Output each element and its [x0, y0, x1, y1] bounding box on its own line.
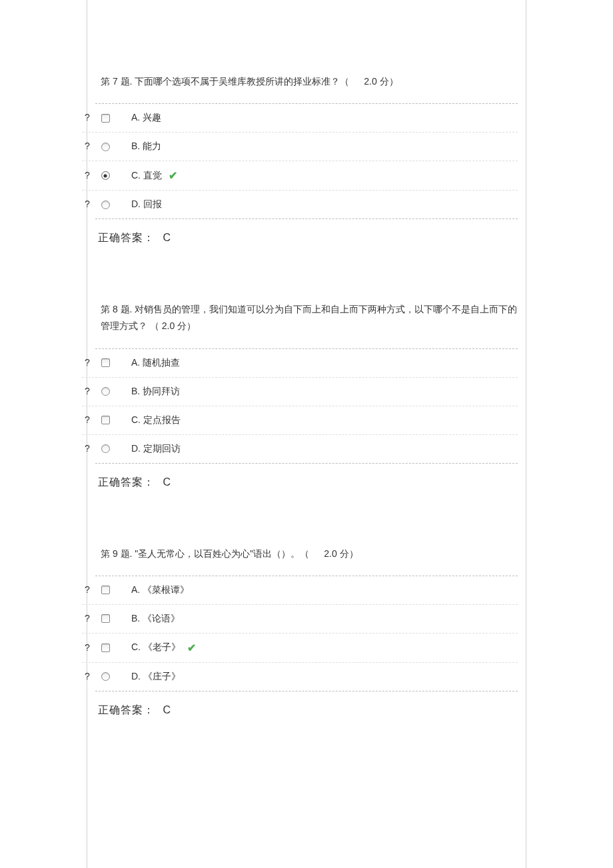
option-row[interactable]: ? B. 《论语》 — [82, 605, 518, 634]
question-8: 第 8 题. 对销售员的管理，我们知道可以分为自下而上和自上而下两种方式，以下哪… — [87, 294, 526, 505]
question-score: 2.0 分） — [324, 548, 358, 559]
radio-icon[interactable] — [95, 201, 115, 209]
check-icon: ✔ — [187, 642, 196, 654]
radio-icon[interactable] — [95, 672, 115, 681]
question-mark: ? — [82, 357, 95, 369]
radio-icon[interactable] — [95, 644, 115, 652]
radio-icon[interactable] — [95, 143, 115, 151]
question-mark: ? — [82, 613, 95, 625]
option-label: B. 协同拜访 — [131, 386, 180, 398]
question-7: 第 7 题. 下面哪个选项不属于吴维库教授所讲的择业标准？（ 2.0 分） ? … — [87, 67, 526, 261]
question-mark: ? — [82, 443, 95, 455]
radio-icon[interactable] — [95, 614, 115, 623]
answer-value: C — [163, 704, 171, 715]
radio-icon[interactable] — [95, 586, 115, 594]
radio-icon[interactable] — [95, 358, 115, 367]
question-score: 2.0 分） — [364, 76, 398, 87]
question-mark: ? — [82, 170, 95, 182]
option-label: A. 随机抽查 — [131, 357, 180, 369]
spacer — [87, 506, 526, 539]
question-number: 第 7 题. — [101, 76, 132, 87]
question-title: 第 7 题. 下面哪个选项不属于吴维库教授所讲的择业标准？（ 2.0 分） — [95, 67, 518, 103]
question-score: （ 2.0 分） — [150, 320, 196, 331]
check-icon: ✔ — [169, 169, 177, 182]
question-mark: ? — [82, 642, 95, 654]
option-row[interactable]: ? C. 《老子》 ✔ — [82, 634, 518, 663]
question-mark: ? — [82, 584, 95, 596]
spacer — [87, 261, 526, 294]
question-title: 第 9 题. "圣人无常心，以百姓心为心"语出（）。（ 2.0 分） — [95, 539, 518, 576]
option-label: D. 回报 — [131, 199, 162, 211]
option-row[interactable]: ? A. 随机抽查 — [82, 349, 518, 378]
question-text: "圣人无常心，以百姓心为心"语出（）。（ — [135, 548, 309, 559]
question-mark: ? — [82, 199, 95, 211]
question-mark: ? — [82, 414, 95, 426]
answer-label: 正确答案： — [98, 704, 155, 715]
answer-row: 正确答案： C — [95, 219, 518, 261]
option-label: D. 《庄子》 — [131, 671, 181, 683]
option-label: B. 《论语》 — [131, 613, 180, 625]
radio-icon[interactable] — [95, 114, 115, 123]
options-list: ? A. 随机抽查 ? B. 协同拜访 ? C. 定点报告 ? D. 定期回访 — [95, 348, 518, 464]
radio-icon-checked[interactable] — [95, 171, 115, 180]
radio-icon[interactable] — [95, 444, 115, 453]
question-mark: ? — [82, 386, 95, 398]
option-row[interactable]: ? B. 能力 — [82, 133, 518, 161]
answer-label: 正确答案： — [98, 476, 155, 488]
option-label: D. 定期回访 — [131, 443, 181, 455]
answer-row: 正确答案： C — [95, 691, 518, 733]
option-label: C. 定点报告 — [131, 414, 181, 426]
options-list: ? A. 《菜根谭》 ? B. 《论语》 ? C. 《老子》 ✔ ? D — [95, 576, 518, 691]
page-container: 第 7 题. 下面哪个选项不属于吴维库教授所讲的择业标准？（ 2.0 分） ? … — [87, 0, 526, 868]
answer-value: C — [163, 232, 171, 243]
option-row[interactable]: ? D. 《庄子》 — [82, 663, 518, 691]
option-row[interactable]: ? A. 兴趣 — [82, 104, 518, 133]
option-row[interactable]: ? A. 《菜根谭》 — [82, 576, 518, 605]
radio-icon[interactable] — [95, 416, 115, 424]
option-label: C. 《老子》 ✔ — [131, 642, 196, 654]
question-number: 第 9 题. — [101, 548, 132, 559]
answer-label: 正确答案： — [98, 232, 155, 243]
question-text: 下面哪个选项不属于吴维库教授所讲的择业标准？（ — [135, 76, 349, 87]
option-row[interactable]: ? D. 回报 — [82, 191, 518, 218]
option-row[interactable]: ? D. 定期回访 — [82, 435, 518, 463]
option-row[interactable]: ? C. 直觉 ✔ — [82, 161, 518, 191]
answer-value: C — [163, 476, 171, 488]
options-list: ? A. 兴趣 ? B. 能力 ? C. 直觉 ✔ ? D. 回报 — [95, 103, 518, 219]
question-mark: ? — [82, 141, 95, 153]
option-row[interactable]: ? B. 协同拜访 — [82, 378, 518, 406]
question-title: 第 8 题. 对销售员的管理，我们知道可以分为自下而上和自上而下两种方式，以下哪… — [95, 294, 518, 348]
option-label: A. 《菜根谭》 — [131, 584, 189, 596]
question-number: 第 8 题. — [101, 304, 132, 314]
question-mark: ? — [82, 671, 95, 683]
option-label: C. 直觉 ✔ — [131, 169, 177, 182]
option-label: A. 兴趣 — [131, 112, 161, 124]
radio-icon[interactable] — [95, 387, 115, 396]
question-mark: ? — [82, 112, 95, 124]
answer-row: 正确答案： C — [95, 464, 518, 506]
option-row[interactable]: ? C. 定点报告 — [82, 406, 518, 435]
question-9: 第 9 题. "圣人无常心，以百姓心为心"语出（）。（ 2.0 分） ? A. … — [87, 539, 526, 733]
option-label: B. 能力 — [131, 141, 161, 153]
